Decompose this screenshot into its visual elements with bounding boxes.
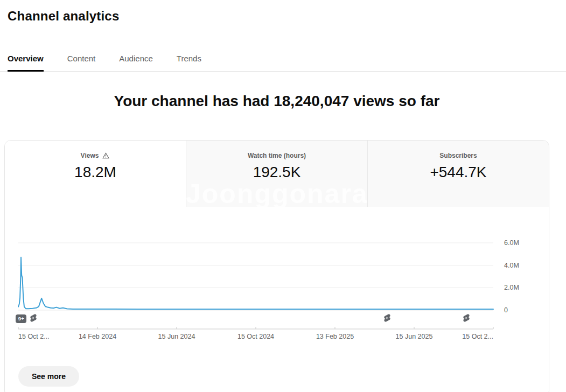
channel-analytics-page: Channel analytics Overview Content Audie… [0, 0, 566, 392]
tab-label: Overview [8, 54, 44, 63]
x-axis-tick: 13 Feb 2025 [316, 333, 354, 340]
views-headline: Your channel has had 18,240,047 views so… [4, 93, 549, 110]
analytics-tabs: Overview Content Audience Trends [0, 45, 566, 72]
views-chart: 6.0M 4.0M 2.0M 0 9+ 15 Oct 2... 14 Feb 2… [5, 141, 549, 392]
x-axis-tick: 15 Oct 2... [462, 333, 493, 340]
x-axis-tick: 15 Oct 2024 [237, 333, 274, 340]
tab-content[interactable]: Content [67, 45, 96, 71]
x-axis-labels: 15 Oct 2... 14 Feb 2024 15 Jun 2024 15 O… [5, 333, 549, 344]
tab-label: Trends [177, 54, 201, 63]
tab-label: Content [67, 54, 96, 63]
shorts-icon[interactable] [462, 313, 471, 323]
tab-audience[interactable]: Audience [119, 45, 153, 71]
y-axis-tick: 4.0M [504, 262, 519, 269]
analytics-card: Views 18.2M Watch time (hours) 192.5K Su… [4, 140, 549, 392]
line-chart-canvas [5, 141, 549, 392]
tab-label: Audience [119, 54, 153, 63]
page-title: Channel analytics [8, 9, 119, 24]
x-axis-tick: 15 Jun 2025 [396, 333, 433, 340]
x-axis-tick: 14 Feb 2024 [79, 333, 116, 340]
tab-trends[interactable]: Trends [177, 45, 201, 71]
y-axis-tick: 0 [504, 306, 508, 314]
x-axis-tick: 15 Oct 2... [18, 333, 50, 340]
y-axis-tick: 6.0M [504, 239, 519, 247]
shorts-icon[interactable] [383, 313, 392, 323]
shorts-icon[interactable] [29, 313, 38, 323]
y-axis-tick: 2.0M [504, 284, 519, 291]
tab-overview[interactable]: Overview [8, 45, 44, 71]
x-axis-tick: 15 Jun 2024 [158, 333, 195, 340]
see-more-button[interactable]: See more [18, 366, 79, 387]
video-count-badge[interactable]: 9+ [16, 314, 26, 323]
